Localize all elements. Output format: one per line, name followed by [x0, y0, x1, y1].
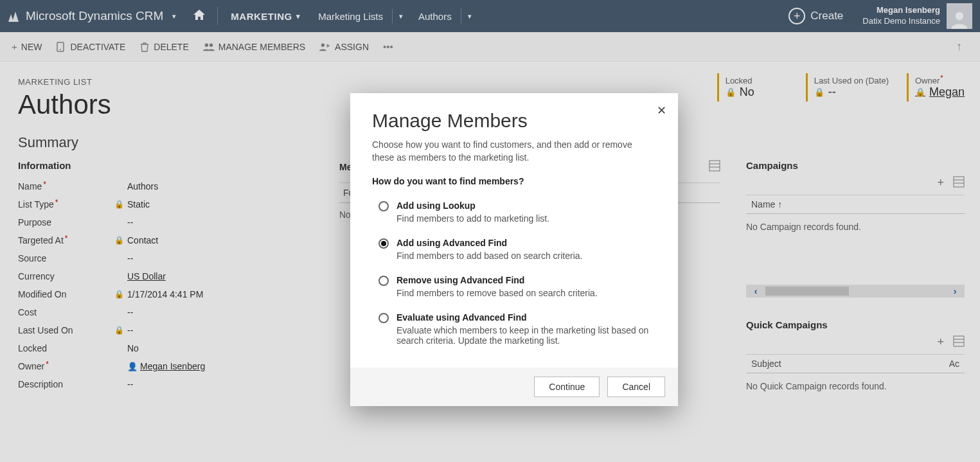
- option-title: Evaluate using Advanced Find: [396, 312, 656, 323]
- cancel-button[interactable]: Cancel: [607, 377, 665, 397]
- dialog-title: Manage Members: [372, 110, 656, 132]
- close-icon[interactable]: ✕: [657, 103, 666, 118]
- option-desc: Find members to add based on search crit…: [396, 251, 582, 261]
- option-0[interactable]: Add using LookupFind members to add to m…: [372, 195, 656, 233]
- dialog-subtitle: Choose how you want to find customers, a…: [372, 138, 656, 164]
- option-1[interactable]: Add using Advanced FindFind members to a…: [372, 233, 656, 270]
- manage-members-dialog: ✕ Manage Members Choose how you want to …: [350, 93, 678, 406]
- radio-icon[interactable]: [379, 201, 389, 211]
- option-2[interactable]: Remove using Advanced FindFind members t…: [372, 270, 656, 307]
- option-desc: Evaluate which members to keep in the ma…: [396, 325, 656, 346]
- option-title: Remove using Advanced Find: [396, 275, 598, 285]
- continue-button[interactable]: Continue: [534, 377, 600, 397]
- radio-icon[interactable]: [379, 313, 389, 323]
- option-title: Add using Advanced Find: [396, 238, 582, 248]
- radio-icon[interactable]: [379, 276, 389, 286]
- dialog-question: How do you want to find members?: [372, 176, 656, 186]
- radio-icon[interactable]: [379, 238, 389, 249]
- option-desc: Find members to add to marketing list.: [396, 213, 549, 224]
- option-desc: Find members to remove based on search c…: [396, 288, 598, 298]
- option-title: Add using Lookup: [396, 200, 549, 211]
- dialog-footer: Continue Cancel: [350, 368, 678, 406]
- option-3[interactable]: Evaluate using Advanced FindEvaluate whi…: [372, 307, 656, 355]
